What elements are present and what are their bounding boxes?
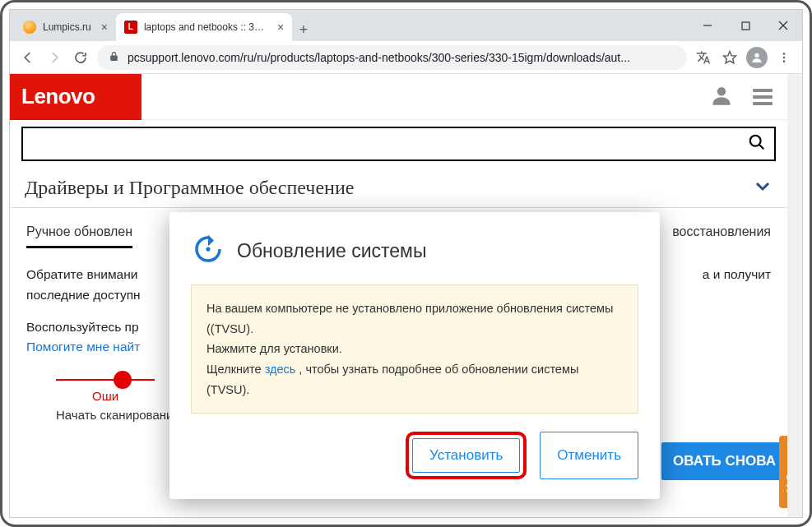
svg-marker-4: [724, 51, 736, 62]
close-icon[interactable]: ×: [101, 21, 108, 34]
retry-scan-button[interactable]: ОВАТЬ СНОВА: [661, 442, 787, 480]
section-title: Драйверы и Программное обеспечение: [25, 177, 354, 199]
section-header[interactable]: Драйверы и Программное обеспечение: [10, 168, 787, 208]
progress-line: [56, 379, 155, 381]
url-text: pcsupport.lenovo.com/ru/ru/products/lapt…: [128, 51, 675, 64]
system-update-dialog: Обновление системы На вашем компьютере н…: [169, 212, 660, 499]
svg-point-6: [783, 53, 786, 55]
progress-dot-icon: [114, 371, 132, 389]
close-window-button[interactable]: [764, 13, 802, 38]
minimize-button[interactable]: [689, 13, 726, 38]
favicon-orange-icon: [23, 21, 36, 34]
highlight-annotation: Установить: [406, 432, 527, 479]
svg-point-8: [783, 60, 786, 62]
chrome-menu-button[interactable]: [774, 48, 794, 67]
cancel-button[interactable]: Отменить: [540, 432, 638, 479]
lock-icon: [109, 51, 119, 64]
maximize-button[interactable]: [726, 13, 764, 38]
svg-rect-1: [742, 22, 749, 30]
screenshot-frame: Lumpics.ru × L laptops and netbooks :: 3…: [0, 0, 812, 527]
star-icon[interactable]: [720, 48, 740, 67]
help-link[interactable]: Помогите мне найт: [26, 340, 140, 354]
back-button[interactable]: [18, 48, 38, 67]
reload-button[interactable]: [71, 48, 90, 67]
search-input[interactable]: [23, 128, 748, 159]
svg-point-9: [717, 87, 726, 96]
site-header: Lenovo: [10, 74, 787, 120]
dialog-notice: На вашем компьютере не установлено прило…: [191, 284, 638, 414]
lenovo-logo[interactable]: Lenovo: [10, 74, 142, 120]
notice-line: Щелкните здесь , чтобы узнать подробнее …: [206, 359, 623, 400]
header-actions: [710, 84, 773, 110]
svg-line-11: [759, 145, 764, 150]
svg-point-5: [754, 53, 759, 57]
feedback-label: [-] Отзыв: [785, 451, 796, 492]
tab-recovery[interactable]: восстановления: [672, 224, 771, 248]
hamburger-menu-icon[interactable]: [753, 89, 773, 105]
site-search-box[interactable]: [21, 127, 776, 161]
svg-point-10: [750, 136, 761, 146]
install-button[interactable]: Установить: [412, 438, 520, 473]
feedback-tab[interactable]: [-] Отзыв: [779, 436, 802, 508]
dialog-header: Обновление системы: [191, 232, 638, 270]
svg-point-7: [783, 56, 786, 58]
notice-line: Нажмите для установки.: [206, 339, 623, 359]
translate-icon[interactable]: [694, 48, 713, 67]
account-icon[interactable]: [710, 84, 733, 110]
learn-more-link[interactable]: здесь: [265, 363, 296, 376]
text-fragment: Обратите внимани: [26, 265, 137, 285]
tab-title: Lumpics.ru: [43, 21, 91, 33]
site-search-wrap: [10, 120, 787, 168]
omnibox[interactable]: pcsupport.lenovo.com/ru/ru/products/lapt…: [97, 45, 687, 70]
close-icon[interactable]: ×: [277, 21, 284, 34]
update-gear-icon: [191, 232, 225, 270]
scrollbar-thumb[interactable]: [791, 132, 799, 230]
browser-tab-lenovo[interactable]: L laptops and netbooks :: 300 serie ×: [116, 13, 292, 41]
window-controls: [689, 10, 802, 41]
profile-avatar[interactable]: [746, 47, 768, 68]
new-tab-button[interactable]: +: [292, 18, 315, 41]
favicon-lenovo-icon: L: [124, 21, 137, 34]
notice-line: На вашем компьютере не установлено прило…: [206, 298, 623, 339]
tab-title: laptops and netbooks :: 300 serie: [144, 21, 267, 33]
dialog-title: Обновление системы: [237, 240, 426, 262]
chevron-down-icon: [753, 176, 773, 199]
retry-label: ОВАТЬ СНОВА: [673, 453, 776, 469]
address-bar: pcsupport.lenovo.com/ru/ru/products/lapt…: [10, 41, 802, 74]
dialog-actions: Установить Отменить: [191, 432, 638, 479]
tab-strip: Lumpics.ru × L laptops and netbooks :: 3…: [10, 10, 802, 41]
browser-window: Lumpics.ru × L laptops and netbooks :: 3…: [9, 9, 803, 518]
search-icon[interactable]: [748, 133, 766, 155]
browser-tab-lumpics[interactable]: Lumpics.ru ×: [15, 13, 116, 41]
forward-button[interactable]: [44, 48, 64, 67]
tab-manual-update[interactable]: Ручное обновлен: [26, 224, 132, 248]
svg-point-13: [206, 247, 210, 251]
text-fragment: а и получит: [703, 265, 771, 285]
